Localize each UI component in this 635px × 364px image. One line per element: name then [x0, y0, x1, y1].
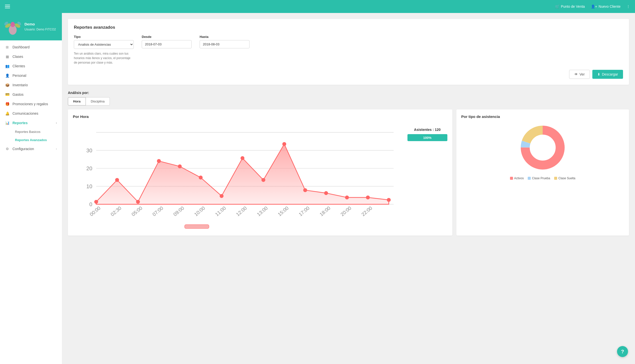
main-content: Reportes avanzados Tipo Analisis de Asis…: [62, 13, 635, 364]
menu-icon[interactable]: [5, 5, 10, 8]
clase-prueba-dot: [528, 177, 531, 180]
download-icon: ⬇: [597, 72, 600, 76]
nuevo-cliente-button[interactable]: 👤+ Nuevo Cliente: [591, 4, 620, 8]
personal-icon: 👤: [5, 74, 10, 78]
svg-text:17:00: 17:00: [298, 205, 311, 217]
activos-dot: [510, 177, 513, 180]
svg-text:20:00: 20:00: [339, 205, 352, 217]
svg-point-19: [157, 159, 161, 163]
sidebar-item-label: Comunicaciones: [13, 112, 39, 116]
tab-disciplina[interactable]: Disciplina: [86, 97, 110, 106]
legend-clase-suelta: Clase Suelta: [554, 176, 575, 180]
legend-activos: Activos: [510, 176, 524, 180]
por-hora-card: Por Hora 0 10 20: [68, 110, 452, 236]
desde-input[interactable]: [142, 40, 192, 48]
svg-point-18: [136, 200, 140, 204]
sidebar-item-label: Promociones y regalos: [13, 102, 48, 106]
sidebar-item-gastos[interactable]: 💳 Gastos: [0, 90, 62, 99]
svg-point-30: [387, 198, 391, 202]
reportes-subnav: Reportes Basicos Reportes Avanzados: [0, 128, 62, 144]
topnav: 🛒 Punto de Venta 👤+ Nuevo Cliente ⋮: [0, 0, 635, 13]
tipo-label: Tipo: [74, 35, 134, 39]
desde-group: Desde: [142, 35, 192, 48]
svg-point-16: [94, 200, 98, 204]
sidebar-item-inventario[interactable]: 📦 Inventario: [0, 80, 62, 90]
svg-text:18:00: 18:00: [319, 205, 332, 217]
descargar-button[interactable]: ⬇ Descargar: [592, 70, 623, 79]
help-button[interactable]: ?: [617, 346, 628, 357]
svg-point-17: [115, 178, 119, 182]
legend-clase-prueba: Clase Prueba: [528, 176, 550, 180]
por-hora-title: Por Hora: [73, 114, 447, 119]
sidebar-item-comunicaciones[interactable]: 🔔 Comunicaciones: [0, 109, 62, 118]
svg-text:09:00: 09:00: [172, 205, 185, 217]
chart-stats: Asistentes : 120 100%: [408, 123, 447, 141]
svg-text:02:30: 02:30: [110, 205, 123, 217]
por-tipo-title: Por tipo de asistencia: [461, 114, 624, 119]
clases-icon: ▦: [5, 54, 10, 58]
sidebar-item-label: Configuracion: [13, 147, 34, 151]
punto-venta-label: Punto de Venta: [561, 4, 585, 8]
svg-point-23: [240, 156, 244, 160]
svg-point-1: [11, 22, 15, 27]
sidebar-brand: Demo Usuario: Demo FITCO2: [0, 13, 62, 40]
svg-text:13:00: 13:00: [256, 205, 269, 217]
eye-icon: 👁: [574, 72, 578, 76]
sidebar-item-label: Gastos: [13, 92, 24, 96]
analysis-tabs: Hora Disciplina: [68, 97, 629, 106]
clase-suelta-dot: [554, 177, 557, 180]
ver-button[interactable]: 👁 Ver: [569, 70, 590, 79]
progress-bar-fill: 100%: [408, 134, 447, 141]
sidebar-nav: ⊞ Dashboard ▦ Clases 👥 Clientes 👤 Person…: [0, 40, 62, 364]
gastos-icon: 💳: [5, 92, 10, 96]
sidebar-item-configuracion[interactable]: ⚙ Configuracion ‹: [0, 144, 62, 154]
promociones-icon: 🎁: [5, 102, 10, 106]
sidebar-item-label: Clientes: [13, 64, 25, 68]
brand-logo: [4, 18, 22, 36]
inventario-icon: 📦: [5, 83, 10, 87]
punto-venta-button[interactable]: 🛒 Punto de Venta: [555, 4, 585, 8]
sidebar-item-label: Clases: [13, 54, 23, 58]
tab-hora[interactable]: Hora: [68, 97, 86, 106]
svg-text:05:00: 05:00: [131, 205, 143, 217]
sidebar-item-dashboard[interactable]: ⊞ Dashboard: [0, 42, 62, 52]
svg-text:12:00: 12:00: [235, 205, 248, 217]
svg-point-20: [178, 164, 182, 168]
svg-text:20: 20: [86, 166, 92, 172]
brand-name: Demo: [25, 21, 56, 27]
sidebar-item-reportes-avanzados[interactable]: Reportes Avanzados: [12, 136, 62, 144]
svg-point-29: [366, 196, 370, 200]
svg-point-21: [199, 176, 203, 180]
svg-point-26: [303, 188, 307, 192]
reportes-config-card: Reportes avanzados Tipo Analisis de Asis…: [68, 19, 629, 85]
hasta-input[interactable]: [200, 40, 249, 48]
configuracion-icon: ⚙: [5, 147, 10, 151]
more-menu-button[interactable]: ⋮: [626, 4, 630, 8]
sidebar-item-label: Reportes: [13, 121, 28, 125]
sidebar: Demo Usuario: Demo FITCO2 ⊞ Dashboard ▦ …: [0, 13, 62, 364]
more-icon: ⋮: [626, 4, 630, 8]
tipo-select[interactable]: Analisis de Asistencias: [74, 40, 134, 49]
chart-legend: Activos Clase Prueba Clase Suelta: [510, 176, 575, 180]
sidebar-item-reportes[interactable]: 📊 Reportes ‹: [0, 118, 62, 128]
svg-text:0: 0: [89, 202, 92, 208]
sidebar-item-reportes-basicos[interactable]: Reportes Basicos: [12, 128, 62, 136]
sidebar-item-clientes[interactable]: 👥 Clientes: [0, 61, 62, 71]
svg-text:10: 10: [86, 184, 92, 190]
add-user-icon: 👤+: [591, 4, 597, 8]
sidebar-item-label: Personal: [13, 74, 26, 78]
svg-point-49: [533, 138, 553, 158]
cart-icon: 🛒: [555, 4, 559, 8]
svg-rect-45: [185, 225, 209, 228]
sidebar-item-personal[interactable]: 👤 Personal: [0, 71, 62, 80]
svg-text:07:00: 07:00: [151, 205, 164, 217]
clientes-icon: 👥: [5, 64, 10, 68]
charts-row: Por Hora 0 10 20: [68, 110, 629, 236]
svg-text:30: 30: [86, 148, 92, 154]
sidebar-item-promociones[interactable]: 🎁 Promociones y regalos: [0, 99, 62, 109]
sidebar-item-clases[interactable]: ▦ Clases: [0, 52, 62, 61]
svg-text:22:00: 22:00: [360, 205, 373, 217]
chevron-icon: ‹: [56, 121, 57, 125]
svg-point-24: [261, 178, 265, 182]
svg-point-28: [345, 196, 349, 200]
